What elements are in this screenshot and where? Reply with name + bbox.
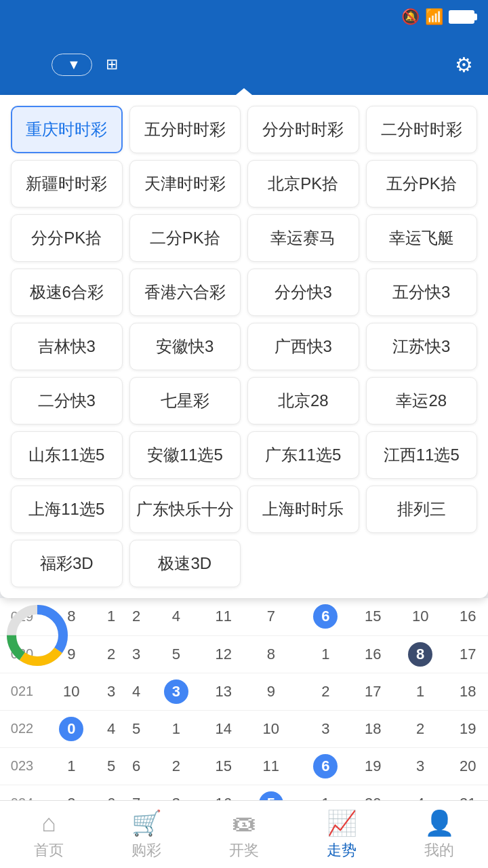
status-bar: 🔕 📶 (0, 0, 488, 34)
lottery-item-10[interactable]: 二分PK拾 (129, 214, 241, 262)
lottery-item-15[interactable]: 分分快3 (247, 269, 359, 316)
table-row: 02204511410318219 (0, 710, 488, 747)
cell-2-2: 4 (124, 673, 149, 710)
lottery-item-11[interactable]: 幸运赛马 (247, 214, 359, 262)
cell-0-7: 15 (353, 598, 393, 635)
lottery-item-13[interactable]: 极速6合彩 (11, 269, 123, 316)
settings-icon: ⚙ (455, 53, 473, 77)
cell-3-0: 0 (44, 710, 99, 747)
cell-4-4: 15 (203, 747, 243, 785)
bubble-021: 3 (164, 679, 188, 704)
cell-1-6: 1 (298, 635, 353, 673)
cell-4-8: 3 (393, 747, 448, 785)
bottom-navigation: ⌂首页🛒购彩🎟开奖📈走势👤我的 (0, 800, 488, 868)
nav-item-lottery[interactable]: 🎟开奖 (195, 801, 293, 868)
lottery-item-5[interactable]: 新疆时时彩 (11, 160, 123, 208)
cell-3-7: 18 (353, 710, 393, 747)
lottery-item-25[interactable]: 山东11选5 (11, 431, 123, 479)
nav-item-home[interactable]: ⌂首页 (0, 801, 98, 868)
back-button[interactable] (11, 62, 22, 67)
cell-2-4: 13 (203, 673, 243, 710)
cell-4-7: 19 (353, 747, 393, 785)
lottery-item-34[interactable]: 极速3D (129, 540, 241, 587)
lottery-item-2[interactable]: 五分时时彩 (129, 106, 241, 153)
lottery-item-12[interactable]: 幸运飞艇 (366, 214, 478, 262)
lottery-item-32[interactable]: 排列三 (366, 486, 478, 533)
battery-icon (449, 10, 474, 24)
lottery-item-14[interactable]: 香港六合彩 (129, 269, 241, 316)
row-id: 023 (0, 747, 44, 785)
cell-0-8: 10 (393, 598, 448, 635)
lottery-item-6[interactable]: 天津时时彩 (129, 160, 241, 208)
lottery-item-30[interactable]: 广东快乐十分 (129, 486, 241, 533)
lottery-item-16[interactable]: 五分快3 (366, 269, 478, 316)
cell-2-1: 3 (99, 673, 124, 710)
lottery-item-23[interactable]: 北京28 (247, 377, 359, 425)
cell-4-6: 6 (298, 747, 353, 785)
lottery-selection-panel: 重庆时时彩五分时时彩分分时时彩二分时时彩新疆时时彩天津时时彩北京PK拾五分PK拾… (0, 95, 488, 598)
header-bar: ▼ ⊞ ⚙ (0, 34, 488, 95)
lottery-item-17[interactable]: 吉林快3 (11, 323, 123, 370)
lottery-item-4[interactable]: 二分时时彩 (366, 106, 478, 153)
lottery-item-33[interactable]: 福彩3D (11, 540, 123, 587)
lottery-label: 开奖 (229, 840, 259, 861)
lottery-item-18[interactable]: 安徽快3 (129, 323, 241, 370)
cell-3-6: 3 (298, 710, 353, 747)
lottery-item-20[interactable]: 江苏快3 (366, 323, 478, 370)
wifi-icon: 📶 (425, 8, 443, 26)
nav-item-buy[interactable]: 🛒购彩 (98, 801, 195, 868)
lottery-item-26[interactable]: 安徽11选5 (129, 431, 241, 479)
lottery-item-28[interactable]: 江西11选5 (366, 431, 478, 479)
cell-1-7: 16 (353, 635, 393, 673)
bubble-022: 0 (59, 717, 83, 741)
lottery-item-21[interactable]: 二分快3 (11, 377, 123, 425)
cell-3-8: 2 (393, 710, 448, 747)
cell-4-2: 6 (124, 747, 149, 785)
nav-item-mine[interactable]: 👤我的 (390, 801, 488, 868)
buy-icon: 🛒 (131, 809, 162, 837)
row-id: 022 (0, 710, 44, 747)
bubble-023: 6 (313, 754, 338, 778)
cell-3-9: 19 (447, 710, 488, 747)
trend-label: 走势 (327, 840, 357, 861)
cell-3-1: 4 (99, 710, 124, 747)
nav-item-trend[interactable]: 📈走势 (293, 801, 390, 868)
dropdown-arrow-icon: ▼ (67, 57, 81, 73)
lottery-item-19[interactable]: 广西快3 (247, 323, 359, 370)
donut-chart (0, 598, 75, 675)
lottery-item-1[interactable]: 重庆时时彩 (11, 106, 123, 153)
grid-icon: ⊞ (106, 56, 118, 73)
cell-3-3: 1 (149, 710, 204, 747)
cell-1-9: 17 (447, 635, 488, 673)
lottery-item-22[interactable]: 七星彩 (129, 377, 241, 425)
cell-1-4: 12 (203, 635, 243, 673)
lottery-item-7[interactable]: 北京PK拾 (247, 160, 359, 208)
helper-button[interactable]: ⚙ (455, 53, 477, 77)
trend-icon: 📈 (327, 809, 357, 837)
lottery-item-27[interactable]: 广东11选5 (247, 431, 359, 479)
lottery-item-8[interactable]: 五分PK拾 (366, 160, 478, 208)
cell-2-0: 10 (44, 673, 99, 710)
cell-4-1: 5 (99, 747, 124, 785)
cell-0-6: 6 (298, 598, 353, 635)
table-row: 02315621511619320 (0, 747, 488, 785)
cell-4-9: 20 (447, 747, 488, 785)
cell-2-7: 17 (353, 673, 393, 710)
lottery-item-29[interactable]: 上海11选5 (11, 486, 123, 533)
lottery-item-31[interactable]: 上海时时乐 (247, 486, 359, 533)
cell-4-3: 2 (149, 747, 204, 785)
cell-4-0: 1 (44, 747, 99, 785)
play-method-dropdown[interactable]: ▼ (52, 54, 92, 76)
panel-arrow (236, 88, 252, 95)
lottery-item-24[interactable]: 幸运28 (366, 377, 478, 425)
bubble-019: 6 (313, 604, 338, 629)
cell-2-3: 3 (149, 673, 204, 710)
cell-3-2: 5 (124, 710, 149, 747)
lottery-icon: 🎟 (232, 809, 256, 837)
row-id: 021 (0, 673, 44, 710)
cell-3-5: 10 (244, 710, 299, 747)
lottery-item-9[interactable]: 分分PK拾 (11, 214, 123, 262)
cell-0-1: 1 (99, 598, 124, 635)
lottery-item-3[interactable]: 分分时时彩 (247, 106, 359, 153)
lottery-type-button[interactable]: ⊞ (106, 56, 122, 73)
